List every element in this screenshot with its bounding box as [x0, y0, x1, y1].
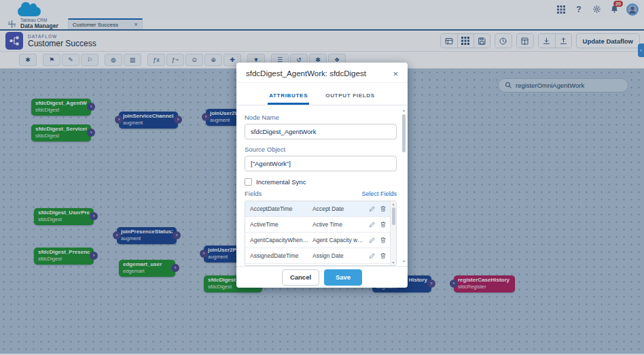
edit-field-icon[interactable]: [369, 237, 376, 243]
edit-field-icon[interactable]: [369, 205, 376, 212]
modal-footer: Cancel Save: [236, 266, 408, 288]
field-label: Agent Capacity when Dec…: [312, 237, 369, 243]
delete-field-icon[interactable]: [380, 237, 387, 243]
field-label: Accept Date: [312, 205, 369, 212]
source-object-input[interactable]: [245, 156, 397, 171]
node-edit-modal: sfdcDigest_AgentWork: sfdcDigest × ATTRI…: [236, 63, 408, 288]
field-row: AssignedDateTimeAssign Date: [245, 248, 396, 264]
node-name-label: Node Name: [245, 114, 397, 121]
modal-scrollbar[interactable]: ▲▼: [401, 108, 406, 263]
field-name: AgentCapacityWhenDecli…: [250, 237, 312, 243]
incremental-sync-label: Incremental Sync: [256, 178, 306, 186]
tab-output-fields[interactable]: OUTPUT FIELDS: [324, 90, 376, 105]
cancel-button[interactable]: Cancel: [282, 269, 319, 286]
modal-title: sfdcDigest_AgentWork: sfdcDigest: [246, 69, 393, 78]
fields-scrollbar[interactable]: ▲▼: [390, 201, 396, 265]
modal-tabs: ATTRIBUTES OUTPUT FIELDS: [236, 83, 408, 105]
save-button[interactable]: Save: [324, 269, 362, 286]
select-fields-link[interactable]: Select Fields: [361, 190, 397, 197]
incremental-sync-checkbox[interactable]: [245, 178, 252, 186]
fields-label: Fields: [245, 190, 361, 197]
source-object-label: Source Object: [245, 146, 397, 153]
field-name: AssignedDateTime: [250, 252, 312, 259]
field-label: Active Time: [312, 221, 369, 228]
fields-table: AcceptDateTimeAccept DateActiveTimeActiv…: [245, 201, 397, 266]
edit-field-icon[interactable]: [369, 252, 376, 259]
delete-field-icon[interactable]: [380, 221, 387, 228]
field-name: ActiveTime: [250, 221, 312, 228]
field-row: AcceptDateTimeAccept Date: [245, 201, 396, 217]
field-row: AgentCapacityWhenDecli…Agent Capacity wh…: [245, 233, 396, 248]
modal-close-icon[interactable]: ×: [393, 69, 398, 78]
field-row: ActiveTimeActive Time: [245, 217, 396, 233]
app-window: ? 20 Tableau CRM Data Manager Customer S…: [0, 0, 644, 355]
node-name-input[interactable]: [245, 124, 397, 139]
delete-field-icon[interactable]: [380, 205, 387, 212]
delete-field-icon[interactable]: [380, 252, 387, 259]
field-label: Assign Date: [312, 252, 369, 259]
tab-attributes[interactable]: ATTRIBUTES: [268, 90, 309, 105]
field-row: CancelDateTimeCancel Date: [245, 264, 396, 266]
field-name: AcceptDateTime: [250, 205, 312, 212]
edit-field-icon[interactable]: [369, 221, 376, 228]
modal-body: Node Name Source Object Incremental Sync…: [236, 105, 408, 266]
